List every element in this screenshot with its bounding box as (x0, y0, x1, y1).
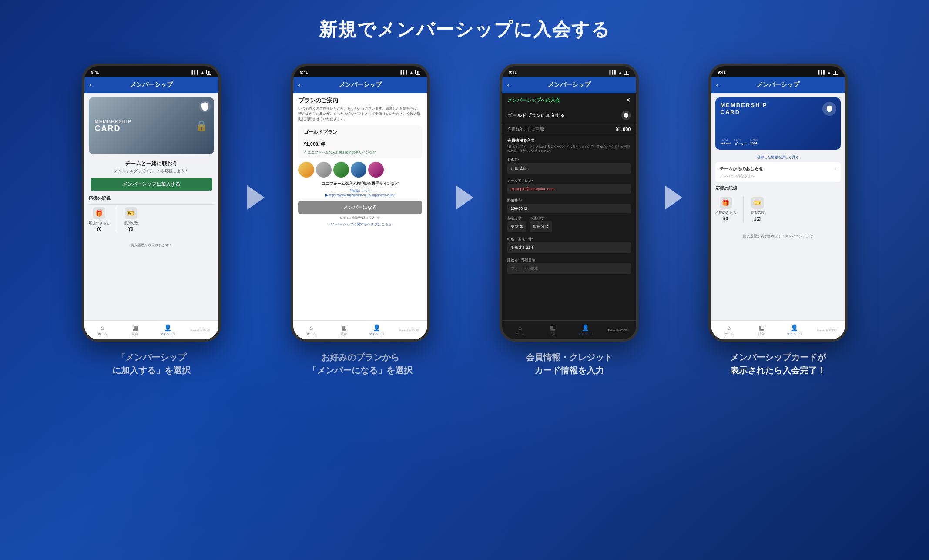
mcard-title-line1-4: MEMBERSHIP (721, 102, 835, 109)
nav-bar-2: ‹ メンバーシップ (293, 77, 427, 93)
building-input-3[interactable]: フォート羽根木 (507, 263, 631, 274)
member-sub-2: ログイン/新規登録が必要です (293, 216, 427, 220)
tab-home-3[interactable]: ⌂ ホーム (504, 324, 537, 336)
ouen-icon-3: 🎁 (720, 197, 732, 209)
status-time-4: 9:41 (718, 70, 726, 74)
mypage-icon-4: 👤 (791, 324, 798, 331)
detail-label-2: 詳細はこちら (350, 189, 371, 193)
tab-home-label-1: ホーム (98, 332, 107, 336)
tab-home-2[interactable]: ⌂ ホーム (295, 324, 328, 336)
ouen-label-2: 参加の数 (124, 221, 138, 225)
step-caption-4: メンバーシップカードが 表示されたら入会完了！ (730, 351, 826, 377)
wifi-icon-1: ▲ (201, 70, 205, 74)
join-button-1[interactable]: メンバーシップに加入する (91, 178, 212, 191)
player-images (298, 162, 422, 178)
nav-title-4: メンバーシップ (757, 81, 799, 89)
step-caption-2: お好みのプランから 「メンバーになる」を選択 (308, 351, 413, 377)
tab-games-3[interactable]: ▦ 試合 (537, 324, 569, 336)
tab-mypage-1[interactable]: 👤 マイページ (151, 324, 184, 336)
phone-notch-2 (343, 66, 378, 74)
purchase-note-4: 購入履歴が表示されます！メンバーシップで (711, 234, 845, 238)
addr-input-3[interactable]: 羽根木1-21-8 (507, 242, 631, 253)
mcard-title-line2-4: CARD (721, 109, 835, 116)
email-input-3[interactable]: example@ookaminc.com (507, 184, 631, 194)
player-img-4 (351, 162, 366, 178)
wifi-icon-3: ▲ (619, 70, 622, 74)
tab-mypage-2[interactable]: 👤 マイページ (360, 324, 393, 336)
pref-input-3[interactable]: 東京都 (507, 221, 526, 232)
nav-title-2: メンバーシップ (339, 81, 382, 89)
battery-icon-3: ▮ (624, 70, 629, 75)
help-link-text-2[interactable]: こちら (381, 222, 392, 226)
zip-input-3[interactable]: 156-0042 (507, 204, 631, 213)
tab-home-1[interactable]: ⌂ ホーム (86, 324, 119, 336)
mcard-plan-label-4: PLAN (734, 138, 747, 141)
card-label-1: MEMBERSHIP (95, 119, 208, 124)
step-4: 9:41 ▌▌▌ ▲ ▮ ‹ メンバーシップ MEMBERSHIP CARD (687, 64, 869, 377)
zip-label-3: 郵便番号* (502, 196, 636, 204)
notice-arrow-4: › (835, 166, 836, 172)
gold-feature-2: ユニフォーム名入れ権利&全選手サインなど (304, 150, 417, 155)
detail-link-2[interactable]: 詳細はこちら ▶https://www.fujizakura-sc.jp/sup… (298, 188, 422, 197)
tab-bar-1: ⌂ ホーム ▦ 試合 👤 マイページ Powered by VOLVO (84, 320, 218, 339)
member-button-2[interactable]: メンバーになる (298, 201, 422, 214)
tab-games-1[interactable]: ▦ 試合 (119, 324, 151, 336)
arrow-shape-2 (456, 185, 473, 210)
city-input-3[interactable]: 世田谷区 (530, 221, 552, 232)
divider-1 (117, 207, 117, 231)
nav-bar-1: ‹ メンバーシップ (84, 77, 218, 93)
back-button-4[interactable]: ‹ (716, 81, 718, 89)
mcard-team-value-4: ookami (721, 142, 731, 146)
mypage-icon-2: 👤 (373, 324, 380, 331)
nav-title-1: メンバーシップ (130, 81, 173, 89)
building-label-3: 建物名・部屋番号 (502, 256, 636, 263)
tagline-1: チームと一緒に戦おう (84, 160, 218, 168)
arrow-3 (661, 64, 687, 210)
back-button-3[interactable]: ‹ (507, 81, 510, 89)
powered-by-1: Powered by VOLVO (184, 329, 217, 332)
player-img-3 (333, 162, 349, 178)
gold-plan-logo-3 (621, 111, 631, 120)
screen4-content: MEMBERSHIP CARD TEAM PLAN SINCE ookami ゴ… (711, 93, 845, 342)
pref-label-3: 都道府県* (507, 216, 526, 221)
status-time-1: 9:41 (91, 70, 99, 74)
notice-section-4[interactable]: › チームからのおしらせ メンバーのみなさまへ (715, 162, 841, 182)
modal-title-3: メンバーシップへの入会 (507, 97, 560, 104)
tab-bar-4: ⌂ ホーム ▦ 試合 👤 マイページ Powered by VOLVO (711, 320, 845, 339)
step-caption-3: 会員情報・クレジット カード情報を入力 (526, 351, 613, 377)
back-button-2[interactable]: ‹ (298, 81, 301, 89)
tab-mypage-label-1: マイページ (160, 332, 175, 336)
games-icon-4: ▦ (759, 324, 765, 331)
step-3: 9:41 ▌▌▌ ▲ ▮ ‹ メンバーシップ メンバーシップへの入会 ✕ (478, 64, 661, 377)
modal-close-3[interactable]: ✕ (626, 97, 631, 104)
ouen-icon-1: 🎁 (93, 207, 105, 219)
ouen-amount-3: ¥0 (723, 216, 728, 221)
tab-games-label-1: 試合 (132, 332, 138, 336)
tab-home-4[interactable]: ⌂ ホーム (713, 324, 745, 336)
tab-mypage-4[interactable]: 👤 マイページ (778, 324, 811, 336)
modal-header-3: メンバーシップへの入会 ✕ (502, 93, 636, 107)
nav-bar-3: ‹ メンバーシップ (502, 77, 636, 93)
mcard-detail-link-4[interactable]: 登録した情報を詳しく見る (711, 155, 845, 160)
tab-mypage-3[interactable]: 👤 マイページ (569, 324, 602, 336)
gold-plan-box: ゴールドプラン ¥1,000/ 年 ユニフォーム名入れ権利&全選手サインなど (298, 125, 422, 158)
signal-icon-4: ▌▌▌ (818, 70, 826, 74)
status-time-2: 9:41 (300, 70, 308, 74)
name-input-3[interactable]: 山田 太郎 (507, 163, 631, 174)
tab-games-4[interactable]: ▦ 試合 (745, 324, 778, 336)
tab-bar-2: ⌂ ホーム ▦ 試合 👤 マイページ Powered by VOLVO (293, 320, 427, 339)
ouen-section-4: 応援の記録 🎁 応援のきもち ¥0 🎫 参加の数 1回 (711, 185, 845, 225)
plan-title-2: プランのご案内 (293, 93, 427, 106)
arrow-1 (243, 64, 269, 210)
tab-games-2[interactable]: ▦ 試合 (328, 324, 360, 336)
tab-mypage-label-2: マイページ (369, 332, 384, 336)
purchase-note-1: 購入履歴が表示されます！ (84, 243, 218, 248)
screen3-content: メンバーシップへの入会 ✕ ゴールドプランに加入する 会費 (1年ごとに更新) … (502, 93, 636, 342)
back-button-1[interactable]: ‹ (90, 81, 92, 89)
phone-frame-4: 9:41 ▌▌▌ ▲ ▮ ‹ メンバーシップ MEMBERSHIP CARD (708, 64, 848, 342)
notice-title-4: チームからのおしらせ (720, 166, 836, 172)
tab-mypage-label-3: マイページ (578, 332, 593, 336)
name-label-3: お名前* (502, 156, 636, 163)
ouen-icon-4: 🎫 (751, 197, 764, 209)
signal-icon-1: ▌▌▌ (192, 70, 199, 74)
